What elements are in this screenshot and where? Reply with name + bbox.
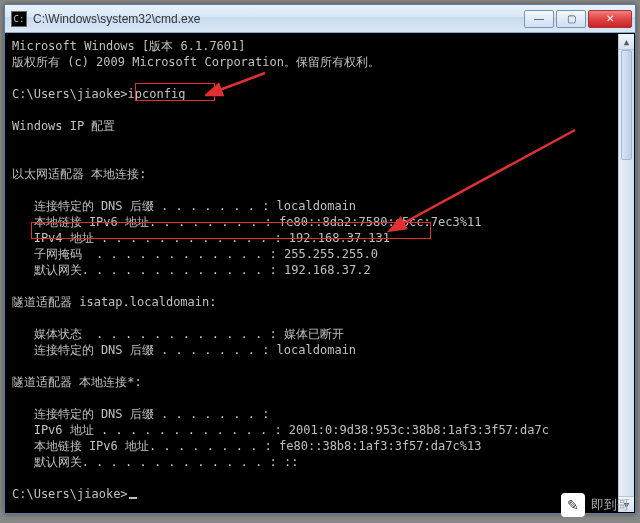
row: 本地链接 IPv6 地址. . . . . . . . : fe80::8da2… xyxy=(12,215,481,229)
header-line-2: 版权所有 (c) 2009 Microsoft Corporation。保留所有… xyxy=(12,55,380,69)
row: 连接特定的 DNS 后缀 . . . . . . . : localdomain xyxy=(12,343,356,357)
section-title: 以太网适配器 本地连接: xyxy=(12,167,146,181)
window-title: C:\Windows\system32\cmd.exe xyxy=(33,12,524,26)
scroll-thumb[interactable] xyxy=(621,50,632,160)
scroll-up-button[interactable]: ▲ xyxy=(619,34,634,50)
cmd-icon: C: xyxy=(11,11,27,27)
row-ipv4: IPv4 地址 . . . . . . . . . . . . : 192.16… xyxy=(12,231,390,245)
row: 子网掩码 . . . . . . . . . . . . : 255.255.2… xyxy=(12,247,378,261)
section-title: 隧道适配器 本地连接*: xyxy=(12,375,142,389)
row: 媒体状态 . . . . . . . . . . . . : 媒体已断开 xyxy=(12,327,344,341)
header-line-1: Microsoft Windows [版本 6.1.7601] xyxy=(12,39,246,53)
row: 连接特定的 DNS 后缀 . . . . . . . : xyxy=(12,407,269,421)
watermark: ✎ 即到哥 xyxy=(561,493,630,517)
prompt-command: ipconfig xyxy=(128,87,186,101)
row: 默认网关. . . . . . . . . . . . . : 192.168.… xyxy=(12,263,371,277)
watermark-icon: ✎ xyxy=(561,493,585,517)
row: 连接特定的 DNS 后缀 . . . . . . . : localdomain xyxy=(12,199,356,213)
section-title: 隧道适配器 isatap.localdomain: xyxy=(12,295,217,309)
prompt-line-2: C:\Users\jiaoke> xyxy=(12,487,137,501)
row: 本地链接 IPv6 地址. . . . . . . . : fe80::38b8… xyxy=(12,439,481,453)
prompt-line-1: C:\Users\jiaoke>ipconfig xyxy=(12,87,185,101)
window-buttons: — ▢ ✕ xyxy=(524,10,632,28)
prompt-path: C:\Users\jiaoke> xyxy=(12,87,128,101)
titlebar[interactable]: C: C:\Windows\system32\cmd.exe — ▢ ✕ xyxy=(5,5,635,33)
terminal-output[interactable]: Microsoft Windows [版本 6.1.7601] 版权所有 (c)… xyxy=(6,34,634,512)
minimize-button[interactable]: — xyxy=(524,10,554,28)
ipconfig-heading: Windows IP 配置 xyxy=(12,119,115,133)
maximize-button[interactable]: ▢ xyxy=(556,10,586,28)
prompt-path: C:\Users\jiaoke> xyxy=(12,487,128,501)
vertical-scrollbar[interactable]: ▲ ▼ xyxy=(618,34,634,512)
watermark-text: 即到哥 xyxy=(591,496,630,514)
cmd-window: C: C:\Windows\system32\cmd.exe — ▢ ✕ Mic… xyxy=(4,4,636,514)
close-button[interactable]: ✕ xyxy=(588,10,632,28)
row: IPv6 地址 . . . . . . . . . . . . : 2001:0… xyxy=(12,423,549,437)
cursor xyxy=(129,497,137,499)
row: 默认网关. . . . . . . . . . . . . : :: xyxy=(12,455,298,469)
